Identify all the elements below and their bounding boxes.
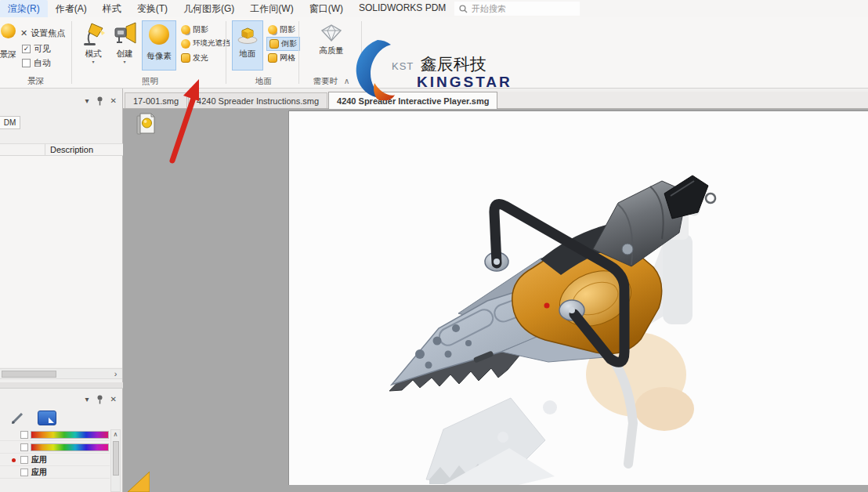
- depth-of-field-button[interactable]: 景深: [0, 24, 18, 60]
- dof-auto-checkbox[interactable]: 自动: [22, 57, 51, 69]
- depth-of-field-icon: [1, 24, 16, 38]
- capture-image-icon[interactable]: [38, 411, 56, 425]
- menu-tab-label: 窗口(W): [309, 3, 343, 14]
- menu-tab-label: 工作间(W): [250, 3, 293, 14]
- annotation-arrow: [149, 74, 219, 165]
- style-row-apply-1[interactable]: 应用: [0, 454, 110, 466]
- styles-vertical-scrollbar[interactable]: ∧: [110, 429, 121, 492]
- menu-tab-styles[interactable]: 样式: [95, 0, 129, 17]
- reflection-icon: [269, 39, 279, 49]
- logo-company-cn: 鑫辰科技: [421, 55, 486, 73]
- dof-visible-label: 可见: [34, 43, 51, 55]
- depth-of-field-label: 景深: [0, 49, 16, 60]
- shadow-label: 阴影: [193, 24, 208, 35]
- scrollbar-thumb[interactable]: [113, 441, 119, 476]
- panel-close-icon[interactable]: ✕: [110, 396, 117, 403]
- dof-visible-checkbox[interactable]: ✓ 可见: [22, 43, 51, 55]
- pin-icon[interactable]: [96, 96, 103, 106]
- scrollbar-thumb[interactable]: [2, 371, 56, 378]
- search-box[interactable]: [454, 2, 580, 16]
- style-row-gradient-1[interactable]: [0, 429, 110, 441]
- ribbon-render-tab: 景深 ✕ 设置焦点 ✓ 可见 自动 景深: [0, 17, 868, 89]
- pdm-horizontal-scrollbar[interactable]: ›: [0, 368, 122, 379]
- scrollbar-up-arrow[interactable]: ∧: [111, 430, 120, 440]
- shadow-toggle[interactable]: 阴影: [181, 24, 208, 35]
- menu-tab-workshops[interactable]: 工作间(W): [242, 0, 301, 17]
- menu-tab-render[interactable]: 渲染(R): [0, 0, 48, 17]
- row-checkbox[interactable]: [20, 431, 28, 439]
- kingstar-swoosh-icon: [354, 39, 395, 100]
- gradient-swatch: [31, 443, 109, 451]
- ground-shadow-toggle[interactable]: 阴影: [268, 24, 295, 35]
- ribbon-divider: [226, 21, 226, 84]
- row-checkbox[interactable]: [20, 456, 28, 464]
- panel-splitter[interactable]: [0, 382, 123, 389]
- ground-grid-toggle[interactable]: 网格: [268, 52, 295, 63]
- ground-label: 地面: [240, 49, 256, 60]
- menu-tab-label: 几何图形(G): [183, 3, 234, 14]
- row-checkbox[interactable]: [20, 443, 28, 451]
- panel-menu-dropdown-icon[interactable]: ▾: [85, 97, 89, 105]
- search-icon: [459, 5, 468, 13]
- pencil-icon[interactable]: [9, 409, 27, 426]
- logo-kst-text: KST: [392, 60, 414, 72]
- ribbon-group-ground: 地面 阴影 倒影 网格 地面: [229, 17, 298, 89]
- menu-tab-label: 作者(A): [56, 3, 87, 14]
- set-focus-label: 设置焦点: [31, 27, 65, 39]
- dropdown-icon: ▾: [92, 60, 94, 64]
- group-label-depth-of-field: 景深: [0, 76, 71, 87]
- ground-shadow-icon: [268, 25, 277, 34]
- high-quality-button[interactable]: 高质量: [314, 24, 349, 56]
- shadow-icon: [181, 25, 190, 34]
- per-pixel-label: 每像素: [146, 51, 172, 62]
- ribbon-divider: [298, 21, 299, 84]
- active-style-dot: [12, 458, 16, 462]
- ribbon-group-quality: 高质量 需要时 ∧: [302, 17, 361, 89]
- menu-tab-window[interactable]: 窗口(W): [302, 0, 351, 17]
- panel-menu-dropdown-icon[interactable]: ▾: [85, 396, 89, 403]
- scrollbar-right-arrow[interactable]: ›: [110, 369, 121, 379]
- pdm-list-empty-area: [0, 156, 122, 367]
- menu-tab-solidworks-pdm[interactable]: SOLIDWORKS PDM: [351, 0, 454, 17]
- quality-group-text: 需要时: [313, 76, 338, 85]
- ribbon-divider: [71, 21, 72, 84]
- glow-toggle[interactable]: 发光: [181, 52, 208, 63]
- row-checkbox[interactable]: [20, 468, 28, 476]
- ribbon-group-depth-of-field: 景深 ✕ 设置焦点 ✓ 可见 自动 景深: [0, 17, 71, 89]
- high-quality-label: 高质量: [319, 45, 344, 56]
- pdm-column-description-header[interactable]: Description: [45, 145, 93, 154]
- search-input[interactable]: [472, 4, 558, 13]
- ambient-occlusion-label: 环境光遮挡: [193, 38, 230, 49]
- ambient-occlusion-toggle[interactable]: 环境光遮挡: [181, 38, 230, 49]
- per-pixel-lighting-toggle[interactable]: 每像素: [142, 20, 176, 71]
- set-focus-button[interactable]: ✕ 设置焦点: [20, 27, 65, 39]
- dof-auto-label: 自动: [34, 57, 51, 69]
- ground-cube-icon: [237, 25, 258, 44]
- group-label-ground: 地面: [229, 76, 298, 87]
- pdm-tab[interactable]: DM: [0, 116, 20, 129]
- menu-tab-transform[interactable]: 变换(T): [129, 0, 175, 17]
- collapse-chevron-icon: ∧: [344, 76, 350, 85]
- model-3d-hydraulic-spreader: [288, 110, 868, 485]
- set-focus-icon: ✕: [20, 28, 27, 38]
- group-label-quality: 需要时 ∧: [302, 76, 361, 87]
- style-row-label: 应用: [31, 454, 47, 465]
- ground-reflection-toggle[interactable]: 倒影: [266, 37, 300, 51]
- pin-icon[interactable]: [96, 395, 103, 404]
- panel-close-icon[interactable]: ✕: [110, 97, 117, 105]
- ground-toggle[interactable]: 地面: [232, 20, 263, 71]
- style-row-gradient-2[interactable]: [0, 442, 110, 454]
- style-row-apply-2[interactable]: 应用: [0, 467, 110, 479]
- light-create-button[interactable]: 创建 ▾: [110, 22, 139, 64]
- light-mode-button[interactable]: 模式 ▾: [78, 22, 108, 64]
- menu-tab-label: 变换(T): [137, 3, 168, 14]
- per-pixel-icon: [149, 24, 169, 45]
- viewport-compass-icon: [126, 470, 150, 492]
- checkbox-checked-icon: ✓: [22, 45, 31, 53]
- menu-tab-label: 样式: [103, 3, 121, 14]
- logo-company-en: KINGSTAR: [417, 74, 512, 91]
- menu-tab-author[interactable]: 作者(A): [48, 0, 95, 17]
- kingstar-logo: KST 鑫辰科技 KINGSTAR: [354, 36, 534, 103]
- pdm-column1-header[interactable]: [0, 144, 45, 155]
- menu-tab-geometry[interactable]: 几何图形(G): [175, 0, 242, 17]
